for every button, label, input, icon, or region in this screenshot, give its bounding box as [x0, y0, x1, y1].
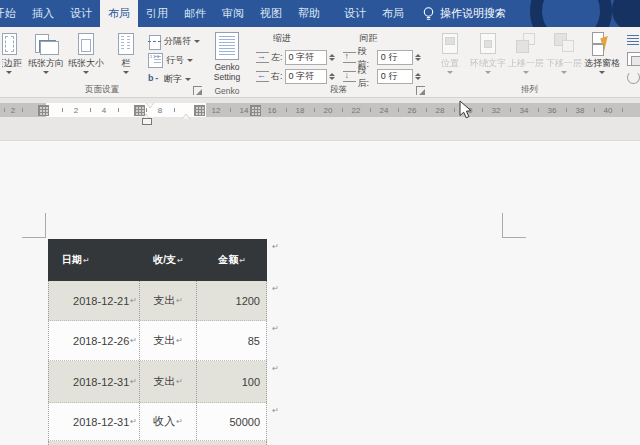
right-indent-marker[interactable]	[182, 110, 190, 119]
header-cell[interactable]: 日期↵	[48, 239, 140, 281]
tab-table-design[interactable]: 设计	[336, 0, 374, 27]
ruler-tick	[566, 108, 567, 112]
table-row[interactable]: 2018-12-26↵支出↵85↵	[48, 321, 267, 361]
ruler-number: 18	[296, 106, 305, 115]
header-cell[interactable]: 金额↵	[197, 239, 267, 281]
tell-me-search[interactable]: 操作说明搜索	[422, 0, 506, 27]
document-area[interactable]: 日期↵收/支↵金额↵↵2018-12-21↵支出↵1200↵2018-12-26…	[0, 141, 640, 445]
indent-right-stepper[interactable]	[329, 71, 335, 83]
table-row[interactable]: 2018-12-31↵支出↵100↵	[48, 361, 267, 403]
table-cell[interactable]: 支出↵	[140, 281, 197, 320]
left-indent-marker[interactable]	[142, 118, 152, 125]
stepper-down-icon[interactable]	[329, 58, 335, 64]
line-numbers-label: 行号	[166, 54, 184, 67]
header-cell[interactable]: 收/支↵	[140, 239, 197, 281]
tab-table-layout[interactable]: 布局	[374, 0, 412, 27]
table-cell[interactable]: 50000	[197, 403, 267, 440]
indent-right-icon	[256, 70, 269, 83]
table-cell[interactable]: 2018-12-31↵	[48, 361, 140, 402]
ruler-tick	[594, 108, 595, 112]
stepper-down-icon[interactable]	[415, 58, 421, 64]
tab-insert[interactable]: 插入	[24, 0, 62, 27]
table-row[interactable]: 2018-12-21↵支出↵1200↵	[48, 281, 267, 321]
table-cell[interactable]: 2018-12-21↵	[48, 281, 140, 320]
paper-size-button[interactable]: 纸张大小	[66, 29, 106, 77]
ruler-tick	[482, 108, 483, 112]
cell-end-marker: ↵	[176, 377, 183, 386]
table-cell[interactable]: 2018-12-26↵	[48, 321, 140, 360]
table-row-partial[interactable]	[48, 441, 267, 445]
tab-layout[interactable]: 布局	[100, 0, 138, 27]
tab-view[interactable]: 视图	[252, 0, 290, 27]
table-column-marker-icon[interactable]	[250, 105, 261, 116]
cell-end-marker: ↵	[177, 256, 184, 265]
spacing-before-stepper[interactable]	[415, 52, 421, 64]
table-column-marker-icon[interactable]	[194, 105, 205, 116]
line-numbers-button[interactable]: 行号	[148, 53, 200, 68]
header-text: 收/支	[153, 253, 176, 267]
rotate-button[interactable]: 旋转	[627, 70, 640, 84]
tab-references[interactable]: 引用	[138, 0, 176, 27]
margins-button[interactable]: 页边距	[2, 29, 26, 77]
group-arrange: 位置环绕文字上移一层下移一层选择窗格 对齐组合旋转 排列	[429, 27, 640, 97]
table-cell[interactable]: 1200	[197, 281, 267, 320]
indent-left-icon	[256, 51, 269, 64]
paragraph-dialog-launcher[interactable]	[416, 86, 425, 95]
table-row[interactable]: 2018-12-31↵收入↵50000↵	[48, 403, 267, 441]
word-table[interactable]: 日期↵收/支↵金额↵↵2018-12-21↵支出↵1200↵2018-12-26…	[48, 239, 267, 445]
spacing-after-input[interactable]: 0 行	[377, 69, 413, 84]
bring-forward-icon	[514, 32, 538, 56]
paper-size-label: 纸张大小	[68, 58, 104, 68]
row-end-marker: ↵	[272, 242, 279, 251]
dropdown-caret-icon	[123, 71, 129, 77]
send-backward-icon	[552, 32, 576, 56]
table-cell[interactable]: 2018-12-31↵	[48, 403, 140, 440]
stepper-up-icon[interactable]	[329, 70, 335, 76]
align-icon	[627, 35, 639, 47]
ruler-number: 2	[11, 106, 15, 115]
orientation-button[interactable]: 纸张方向	[26, 29, 66, 77]
tab-design[interactable]: 设计	[62, 0, 100, 27]
table-column-marker-icon[interactable]	[38, 105, 49, 116]
cell-text: 支出	[153, 333, 175, 348]
breaks-button[interactable]: 分隔符	[148, 34, 200, 49]
cursor-arrow-icon	[600, 36, 612, 51]
cell-end-marker: ↵	[130, 336, 137, 345]
tab-home[interactable]: 开始	[0, 0, 24, 27]
cell-end-marker: ↵	[239, 256, 246, 265]
stepper-up-icon[interactable]	[415, 70, 421, 76]
cell-text: 2018-12-31	[73, 416, 129, 428]
group-label-arrange: 排列	[429, 84, 630, 96]
stepper-up-icon[interactable]	[329, 51, 335, 57]
indent-left-stepper[interactable]	[329, 52, 335, 64]
columns-icon-lines	[127, 36, 130, 51]
selection-pane-button[interactable]: 选择窗格	[583, 29, 621, 77]
table-cell[interactable]: 85	[197, 321, 267, 360]
spacing-before-row: 段前:0 行	[343, 49, 422, 66]
tab-help[interactable]: 帮助	[290, 0, 328, 27]
spacing-before-input[interactable]: 0 行	[377, 50, 413, 65]
ruler-tick	[426, 108, 427, 112]
horizontal-ruler[interactable]: 2248121416182022242628303234363840	[0, 103, 640, 117]
table-header-row[interactable]: 日期↵收/支↵金额↵↵	[48, 239, 267, 281]
columns-button[interactable]: 栏	[106, 29, 146, 77]
indent-left-input[interactable]: 0 字符	[285, 50, 327, 65]
stepper-down-icon[interactable]	[415, 77, 421, 83]
table-cell[interactable]: 支出↵	[140, 361, 197, 402]
tab-review[interactable]: 审阅	[214, 0, 252, 27]
table-cell[interactable]: 收入↵	[140, 403, 197, 440]
group-button[interactable]: 组合	[627, 52, 640, 66]
genko-setting-button[interactable]: Genko Setting	[208, 29, 246, 82]
table-cell[interactable]: 支出↵	[140, 321, 197, 360]
page-setup-dialog-launcher[interactable]	[193, 86, 202, 95]
indent-right-input[interactable]: 0 字符	[285, 69, 327, 84]
spacing-after-stepper[interactable]	[415, 71, 421, 83]
stepper-up-icon[interactable]	[415, 51, 421, 57]
bring-forward-button-inner: 上移一层	[508, 32, 544, 77]
row-end-marker: ↵	[272, 284, 279, 293]
table-cell[interactable]: 100	[197, 361, 267, 402]
tab-mailings[interactable]: 邮件	[176, 0, 214, 27]
align-button[interactable]: 对齐	[627, 34, 640, 48]
dropdown-caret-icon	[485, 71, 491, 77]
stepper-down-icon[interactable]	[329, 77, 335, 83]
